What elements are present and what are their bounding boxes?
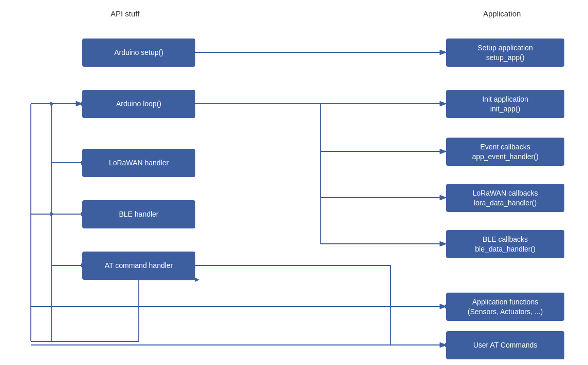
diagram-container: API stuff Application Arduino setup() Ar…: [0, 0, 588, 365]
setup-app-box: Setup applicationsetup_app(): [446, 39, 564, 67]
lorawan-callbacks-box: LoRaWAN callbackslora_data_handler(): [446, 184, 564, 212]
arduino-loop-box: Arduino loop(): [82, 90, 195, 118]
event-callbacks-box: Event callbacksapp_event_handler(): [446, 138, 564, 166]
application-label: Application: [483, 9, 521, 18]
lorawan-handler-box: LoRaWAN handler: [82, 149, 195, 177]
init-app-box: Init applicationinit_app(): [446, 90, 564, 118]
ble-handler-box: BLE handler: [82, 200, 195, 228]
user-at-commands-box: User AT Commands: [446, 331, 564, 359]
arduino-setup-box: Arduino setup(): [82, 39, 195, 67]
svg-marker-14: [50, 212, 54, 216]
svg-marker-12: [50, 102, 54, 106]
app-functions-box: Application functions(Sensors, Actuators…: [446, 293, 564, 321]
at-handler-box: AT command handler: [82, 252, 195, 280]
api-stuff-label: API stuff: [111, 9, 139, 18]
ble-callbacks-box: BLE callbacksble_data_handler(): [446, 230, 564, 258]
svg-marker-24: [195, 278, 199, 282]
